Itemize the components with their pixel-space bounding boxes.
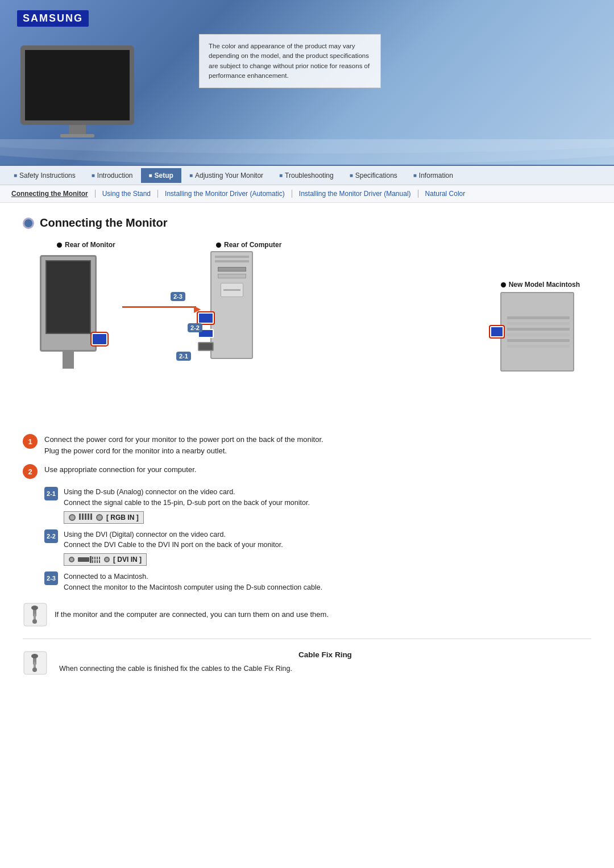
tab-information[interactable]: ■ Information — [405, 168, 461, 183]
port-end-right-dvi — [104, 557, 110, 562]
wrench-icon — [23, 602, 48, 627]
section-heading: Connecting the Monitor — [23, 216, 591, 229]
note-row: If the monitor and the computer are conn… — [23, 602, 591, 627]
badge-2-2: 2-2 — [44, 529, 58, 543]
cable-fix-section: Cable Fix Ring When connecting the cable… — [23, 650, 591, 675]
sub-nav-driver-auto[interactable]: Installing the Monitor Driver (Automatic… — [158, 190, 292, 198]
port-pins-rgb — [79, 514, 93, 521]
tab-adjusting[interactable]: ■ Adjusting Your Monitor — [181, 168, 271, 183]
macintosh-drawing — [500, 292, 574, 372]
samsung-logo: SAMSUNG — [17, 10, 89, 27]
rgb-port-label: [ RGB IN ] — [106, 514, 139, 521]
sub-step-2-1: 2-1 Using the D-sub (Analog) connector o… — [44, 487, 591, 524]
computer-tower-drawing — [210, 251, 253, 359]
step-badge-1: 1 — [23, 434, 38, 449]
monitor-rear-drawing — [40, 255, 97, 369]
tab-introduction[interactable]: ■ Introduction — [84, 168, 141, 183]
sub-step-2-1-line2: Connect the signal cable to the 15-pin, … — [64, 498, 310, 508]
sub-nav: Connecting the Monitor Using the Stand I… — [0, 185, 614, 203]
sub-step-2-2-content: Using the DVI (Digital) connector on the… — [64, 529, 283, 566]
sub-step-2-3-line2: Connect the monitor to the Macintosh com… — [64, 582, 322, 593]
svg-point-2 — [31, 606, 38, 610]
page-title: Connecting the Monitor — [40, 216, 167, 229]
label-dot-computer — [216, 243, 221, 248]
sub-step-2-3-line1: Connected to a Macintosh. — [64, 571, 322, 582]
tab-safety-instructions[interactable]: ■ Safety Instructions — [6, 168, 84, 183]
sub-step-2-1-content: Using the D-sub (Analog) connector on th… — [64, 487, 310, 524]
sub-nav-natural-color[interactable]: Natural Color — [418, 190, 472, 198]
port-end-left-dvi — [69, 557, 74, 562]
section-divider — [23, 639, 591, 639]
connection-diagram: Rear of Monitor Rear of Computer New Mod… — [23, 241, 591, 428]
instructions: 1 Connect the power cord for your monito… — [23, 434, 591, 627]
computer-power-connector — [198, 342, 214, 351]
sub-nav-driver-manual[interactable]: Installing the Monitor Driver (Manual) — [292, 190, 418, 198]
step-badge-2: 2 — [23, 464, 38, 479]
sub-step-2-1-line1: Using the D-sub (Analog) connector on th… — [64, 487, 310, 498]
cable-fix-title: Cable Fix Ring — [59, 650, 591, 659]
bullet-icon: ■ — [14, 172, 17, 178]
note-text: If the monitor and the computer are conn… — [55, 609, 591, 620]
new-model-mac-label: New Model Macintosh — [501, 281, 580, 289]
tab-troubleshooting[interactable]: ■ Troubleshooting — [271, 168, 342, 183]
rear-computer-label: Rear of Computer — [216, 241, 281, 249]
sub-instructions: 2-1 Using the D-sub (Analog) connector o… — [44, 487, 591, 593]
port-end-left — [69, 514, 76, 521]
header-banner: SAMSUNG The color and appearance of the … — [0, 0, 614, 165]
computer-connector-2-3 — [198, 312, 214, 324]
nav-tabs-bar: ■ Safety Instructions ■ Introduction ■ S… — [0, 165, 614, 185]
rgb-port-illustration: [ RGB IN ] — [64, 511, 144, 524]
cable-fix-desc: When connecting the cable is finished fi… — [59, 663, 591, 674]
bullet-icon: ■ — [350, 172, 353, 178]
sub-step-2-3: 2-3 Connected to a Macintosh. Connect th… — [44, 571, 591, 593]
instruction-step-1: 1 Connect the power cord for your monito… — [23, 434, 591, 456]
monitor-connector-highlight — [92, 333, 107, 345]
dvi-port-label: [ DVI IN ] — [113, 556, 142, 564]
section-icon — [23, 218, 34, 229]
step-1-text: Connect the power cord for your monitor … — [44, 434, 591, 456]
dvi-pins — [78, 556, 101, 563]
svg-point-7 — [31, 654, 38, 658]
banner-notice: The color and appearance of the product … — [199, 34, 381, 88]
cable-fix-wrench-icon — [23, 650, 48, 675]
bullet-icon: ■ — [189, 172, 193, 178]
sub-step-2-2: 2-2 Using the DVI (Digital) connector on… — [44, 529, 591, 566]
sub-step-2-2-line1: Using the DVI (Digital) connector on the… — [64, 529, 283, 540]
instruction-step-2: 2 Use appropriate connection for your co… — [23, 464, 591, 479]
banner-wave-2 — [0, 139, 614, 153]
step-badge-2-2-diagram: 2-2 — [188, 323, 202, 332]
badge-2-1: 2-1 — [44, 487, 58, 500]
sub-nav-stand[interactable]: Using the Stand — [96, 190, 158, 198]
tab-setup[interactable]: ■ Setup — [141, 168, 181, 183]
svg-point-4 — [32, 619, 37, 624]
label-dot-mac — [501, 282, 506, 287]
bullet-icon: ■ — [279, 172, 283, 178]
cd-drive — [221, 283, 243, 297]
step-badge-2-1-diagram: 2-1 — [176, 352, 191, 360]
step-2-text: Use appropriate connection for your comp… — [44, 464, 591, 475]
mac-connector-highlight — [490, 326, 504, 337]
connection-arrow: ▶ — [122, 306, 196, 308]
dvi-port-illustration: [ DVI IN ] — [64, 553, 147, 566]
bullet-icon: ■ — [413, 172, 417, 178]
sub-step-2-3-content: Connected to a Macintosh. Connect the mo… — [64, 571, 322, 593]
monitor-hero-image — [20, 45, 134, 137]
svg-point-9 — [32, 667, 37, 672]
step-badge-2-3-diagram: 2-3 — [171, 292, 185, 301]
rear-monitor-label: Rear of Monitor — [57, 241, 115, 249]
main-content: Connecting the Monitor Rear of Monitor R… — [0, 203, 614, 689]
label-dot-monitor — [57, 243, 62, 248]
cable-fix-text-block: Cable Fix Ring When connecting the cable… — [59, 650, 591, 674]
tab-specifications[interactable]: ■ Specifications — [342, 168, 405, 183]
sub-nav-connecting[interactable]: Connecting the Monitor — [11, 190, 96, 198]
bullet-icon: ■ — [92, 172, 95, 178]
sub-step-2-2-line2: Connect the DVI Cable to the DVI IN port… — [64, 540, 283, 550]
port-end-right — [96, 514, 103, 521]
bullet-icon: ■ — [149, 172, 152, 178]
badge-2-3: 2-3 — [44, 571, 58, 585]
